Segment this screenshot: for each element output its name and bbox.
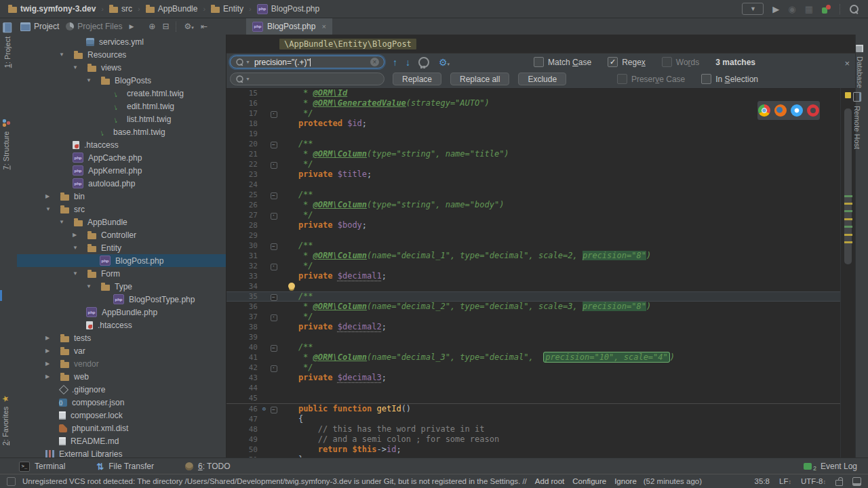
option-words[interactable]: Words (662, 57, 699, 67)
fold-marker[interactable]: · (269, 261, 279, 271)
warning-stripe-mark[interactable] (844, 218, 852, 220)
checkbox[interactable] (617, 74, 627, 84)
readonly-lock-icon[interactable] (835, 480, 843, 486)
profiler-icon[interactable]: ▦ (805, 5, 813, 14)
toolwindow-button-6-todo[interactable]: 6: TODO (185, 462, 231, 471)
tree-expand-icon[interactable]: ▶ (45, 348, 60, 354)
fold-marker[interactable]: · (269, 312, 279, 322)
run-config-dropdown[interactable]: ▼ (742, 3, 764, 15)
fold-marker[interactable]: − (269, 404, 279, 414)
status-link-add-root[interactable]: Add root (535, 477, 564, 485)
gutter[interactable]: 30− (226, 241, 279, 251)
tree-item-phpunit.xml.dist[interactable]: phpunit.xml.dist (17, 422, 226, 434)
tree-expand-icon[interactable]: ▶ (73, 232, 87, 238)
gutter[interactable]: 20− (226, 139, 279, 149)
fold-collapse-icon[interactable]: − (271, 142, 277, 148)
gutter[interactable]: 29 (226, 230, 279, 241)
code-line-29[interactable]: 29 (226, 230, 841, 241)
warning-stripe-mark[interactable] (844, 234, 852, 236)
tree-item-Controller[interactable]: ▶Controller (17, 228, 226, 241)
replace-field-magnifier-icon[interactable]: ▼ (235, 75, 250, 83)
tab-project-files[interactable]: Project Files (66, 22, 122, 31)
option-in-selection[interactable]: In Selection (701, 74, 758, 84)
option-regex[interactable]: ✓Regex (608, 57, 646, 67)
tree-expand-icon[interactable]: ▼ (86, 283, 101, 289)
gutter[interactable]: 41 (226, 352, 279, 363)
gutter[interactable]: 42· (226, 363, 279, 373)
tree-item-create.html.twig[interactable]: ↓create.html.twig (17, 87, 226, 100)
code-line-26[interactable]: 26 * @ORM\Column(type="string", name="bo… (226, 200, 841, 210)
tree-expand-icon[interactable]: ▼ (86, 77, 101, 83)
code-line-15[interactable]: 15 * @ORM\Id (226, 88, 841, 98)
tree-expand-icon[interactable]: ▼ (73, 270, 87, 277)
toolwindow-button-terminal[interactable]: >_Terminal (19, 462, 65, 472)
fold-end-icon[interactable]: · (271, 365, 277, 372)
code-line-21[interactable]: 21 * @ORM\Column(type="string", name="ti… (226, 149, 841, 159)
code-line-17[interactable]: 17· */ (226, 108, 841, 119)
tree-item-composer.json[interactable]: {}composer.json (17, 396, 226, 409)
checkbox[interactable]: ✓ (608, 57, 618, 67)
tree-item-base.html.twig[interactable]: ↓base.html.twig (17, 125, 226, 138)
code-line-34[interactable]: 34 (226, 281, 841, 291)
gutter[interactable]: 39 (226, 332, 279, 342)
toolwindow-button-database[interactable]: Database (856, 45, 864, 88)
code-line-32[interactable]: 32· */ (226, 261, 841, 271)
tree-item-AppBundle[interactable]: ▼AppBundle (17, 216, 226, 228)
gutter[interactable]: 28 (226, 220, 279, 230)
code-line-25[interactable]: 25− /** (226, 190, 841, 200)
breadcrumb-item-AppBundle[interactable]: AppBundle (143, 4, 201, 14)
tree-expand-icon[interactable]: ▼ (45, 206, 60, 212)
toolwindow-button-structure[interactable]: 7: Structure (2, 119, 10, 170)
event-log-button[interactable]: 2Event Log (804, 461, 868, 472)
code-line-38[interactable]: 38 private $decimal2; (226, 322, 841, 332)
close-find-panel-icon[interactable]: × (844, 58, 850, 68)
fold-marker[interactable]: · (269, 159, 279, 169)
inspection-indicator[interactable] (845, 92, 851, 98)
option-match-case[interactable]: Match Case (534, 57, 591, 67)
tree-expand-icon[interactable]: ▼ (73, 64, 87, 70)
project-tree[interactable]: services.yml▼Resources▼views▼BlogPosts↓c… (17, 35, 226, 458)
locate-file-icon[interactable]: ⊕ (149, 22, 155, 31)
fold-marker[interactable]: · (269, 363, 279, 373)
code-line-20[interactable]: 20− /** (226, 139, 841, 149)
code-line-33[interactable]: 33 private $decimal1; (226, 271, 841, 281)
tree-expand-icon[interactable]: ▶ (45, 193, 60, 199)
editor-tab-blogpost[interactable]: php BlogPost.php × (246, 18, 332, 35)
fold-collapse-icon[interactable]: − (271, 345, 277, 352)
tree-item-tests[interactable]: ▶tests (17, 331, 226, 344)
gutter[interactable]: 47 (226, 414, 279, 424)
tree-item-AppBundle.php[interactable]: phpAppBundle.php (17, 306, 226, 319)
code-line-41[interactable]: 41 * @ORM\Column(name="decimal_3", type=… (226, 352, 841, 363)
checkbox[interactable] (701, 74, 711, 84)
tree-item-autoload.php[interactable]: phpautoload.php (17, 177, 226, 190)
checkbox[interactable] (534, 57, 544, 67)
tree-item-Entity[interactable]: ▼Entity (17, 241, 226, 254)
tree-item-views[interactable]: ▼views (17, 61, 226, 74)
code-line-47[interactable]: 47 { (226, 414, 841, 424)
code-line-46[interactable]: 46⊙− public function getId() (226, 403, 841, 414)
clear-search-icon[interactable]: × (370, 58, 379, 66)
fold-marker[interactable]: − (269, 291, 279, 302)
breadcrumb-item-twig.symfony-3.dev[interactable]: twig.symfony-3.dev (5, 4, 98, 14)
tree-expand-icon[interactable]: ▶ (45, 361, 60, 367)
code-line-30[interactable]: 30− /** (226, 241, 841, 251)
gutter[interactable]: 23 (226, 169, 279, 180)
tree-item-list.html.twig[interactable]: ↓list.html.twig (17, 113, 226, 125)
code-line-19[interactable]: 19 (226, 129, 841, 139)
fold-marker[interactable]: − (269, 190, 279, 200)
run-icon[interactable]: ▶ (772, 5, 779, 14)
warning-stripe-mark[interactable] (844, 241, 852, 243)
tab-close-icon[interactable]: × (321, 22, 326, 30)
code-line-42[interactable]: 42· */ (226, 363, 841, 373)
gutter[interactable]: 35− (226, 291, 279, 302)
coverage-icon[interactable]: ◉ (788, 5, 795, 14)
fold-end-icon[interactable]: · (271, 162, 277, 169)
toolwindow-button-remote-host[interactable]: Remote Host (853, 92, 861, 149)
code-editor[interactable]: 15 * @ORM\Id16 * @ORM\GeneratedValue(str… (226, 88, 841, 458)
search-filter-gear-icon[interactable]: ⚙▾ (439, 57, 450, 68)
tree-item-vendor[interactable]: ▶vendor (17, 357, 226, 370)
tree-item-BlogPosts[interactable]: ▼BlogPosts (17, 74, 226, 87)
tree-item-Resources[interactable]: ▼Resources (17, 48, 226, 61)
gutter[interactable]: 25− (226, 190, 279, 200)
breadcrumb-item-src[interactable]: src (106, 4, 135, 14)
